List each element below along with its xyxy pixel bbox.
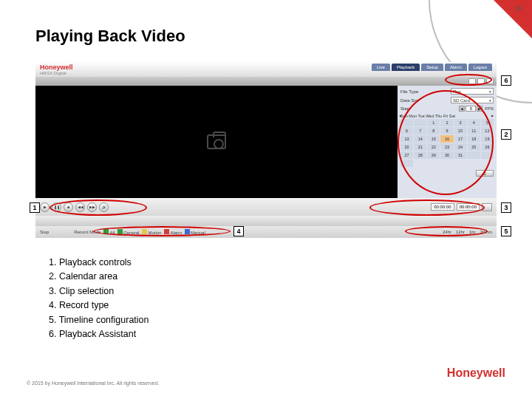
tab-logout[interactable]: Logout [468,64,492,71]
record-type-motion[interactable]: Motion [142,229,161,235]
page-number: 16 [514,4,522,12]
copyright: © 2015 by Honeywell International Inc. A… [27,381,159,386]
assist-toolbar [35,77,497,86]
playback-app: Honeywell HRGX Digital LivePlaybackSetup… [35,62,497,238]
play-control-3[interactable]: ◀◀ [75,202,85,212]
step-down[interactable]: ◀ [459,106,465,112]
step-up[interactable]: ▶ [477,106,482,112]
cal-day[interactable]: 5 [481,119,494,126]
cal-day[interactable]: 21 [414,143,426,151]
cal-day[interactable] [414,119,426,126]
cal-day[interactable]: 3 [454,119,467,126]
cal-day[interactable]: 26 [481,143,494,151]
cal-day[interactable]: 1 [427,119,440,126]
cal-day[interactable]: 29 [427,151,440,159]
cal-day[interactable]: 30 [440,151,453,159]
cal-day[interactable]: 13 [400,135,413,143]
tab-live[interactable]: Live [372,64,390,71]
cal-day[interactable]: 14 [414,135,426,143]
tab-setup[interactable]: Setup [421,64,443,71]
cal-day[interactable]: 28 [414,151,426,159]
timeline-zoom-1hr[interactable]: 1hr [469,230,476,234]
tab-alarm[interactable]: Alarm [445,64,467,71]
file-type-select[interactable]: Rec [451,88,494,95]
callout-3: 3 [501,202,511,213]
data-src-label: Data Src [400,98,417,103]
stop-label: Stop [40,230,49,234]
cal-day[interactable] [468,151,480,159]
playback-controls: ▶❚❚■◀◀▶▶🔊00:00:0000:00:00 [35,198,497,216]
download-button[interactable] [482,203,492,211]
assist-button-2[interactable] [477,78,485,84]
cal-day[interactable]: 19 [481,135,494,143]
legend-item: 5. Timeline configuration [49,313,149,327]
cal-day[interactable]: 10 [454,127,467,134]
cal-day[interactable]: 15 [427,135,440,143]
record-type-all[interactable]: All [103,229,115,235]
page-title: Playing Back Video [35,27,185,46]
file-list-button[interactable]: ≡ [476,170,494,177]
cal-day[interactable]: 12 [481,127,494,134]
clip-start[interactable]: 00:00:00 [431,203,454,211]
cal-day[interactable]: 7 [414,127,426,134]
cal-day[interactable]: 9 [440,127,453,134]
record-type-manual[interactable]: Manual [185,229,205,235]
play-control-4[interactable]: ▶▶ [87,202,97,212]
cal-day[interactable]: 23 [440,143,453,151]
footer-logo: Honeywell [447,366,505,380]
timeline-zoom-30min[interactable]: 30min [480,230,492,234]
step-unit: FPS [485,106,494,111]
cal-day[interactable]: 20 [400,143,413,151]
cal-day[interactable]: 6 [400,127,413,134]
play-control-5[interactable]: 🔊 [99,202,109,212]
step-spinner[interactable]: ◀ 8 ▶ FPS [459,106,494,112]
record-type-general[interactable]: General [117,229,139,235]
timeline[interactable] [35,216,497,226]
decorative-corner [494,0,532,38]
record-mode-label: Record Mode [74,230,100,234]
cal-day[interactable]: 16 [440,135,453,143]
step-label: Step [400,106,409,111]
legend-list: 1. Playback controls2. Calendar area3. C… [49,256,149,341]
nav-tabs: LivePlaybackSetupAlarmLogout [372,64,492,71]
cal-day[interactable] [481,151,494,159]
cal-day[interactable]: 8 [427,127,440,134]
video-viewport [35,86,398,198]
play-control-2[interactable]: ■ [64,202,73,212]
calendar-grid[interactable]: 1234567891011121314151617181920212223242… [400,119,494,167]
cal-day[interactable]: 4 [468,119,480,126]
cal-day[interactable]: 31 [454,151,467,159]
legend-item: 2. Calendar area [49,270,149,284]
timeline-zoom-12hr[interactable]: 12hr [456,230,465,234]
cal-day[interactable]: 27 [400,151,413,159]
step-value: 8 [466,106,476,112]
data-src-select[interactable]: SD Card [451,97,494,103]
timeline-zoom-24hr[interactable]: 24hr [443,230,451,234]
callout-2: 2 [501,129,511,140]
legend-item: 3. Clip selection [49,284,149,299]
cal-day[interactable]: 11 [468,127,480,134]
cal-day[interactable]: 24 [454,143,467,151]
footer-bar: StopRecord ModeAllGeneralMotionAlarmManu… [35,226,497,238]
play-control-1[interactable]: ❚❚ [52,202,61,212]
cal-day[interactable]: 17 [454,135,467,143]
legend-item: 1. Playback controls [49,256,149,270]
assist-button-3[interactable] [486,78,494,84]
cal-day[interactable] [400,160,413,167]
cal-day[interactable]: 22 [427,143,440,151]
cal-day[interactable]: 18 [468,135,480,143]
record-type-alarm[interactable]: Alarm [164,229,182,235]
tab-playback[interactable]: Playback [392,64,420,71]
callout-5: 5 [501,226,511,236]
clip-end[interactable]: 00:00:00 [457,203,480,211]
app-header: Honeywell HRGX Digital LivePlaybackSetup… [35,62,497,77]
legend-item: 6. Playback Assistant [49,327,149,341]
cal-day[interactable]: 2 [440,119,453,126]
cal-day[interactable] [400,119,413,126]
callout-1: 1 [30,202,40,213]
cal-day[interactable]: 25 [468,143,480,151]
play-control-0[interactable]: ▶ [40,202,50,212]
calendar-weekdays: Sun Mon Tue Wed Thu Fri Sat [400,114,494,118]
assist-button-1[interactable] [468,78,476,84]
camera-icon [207,134,226,149]
